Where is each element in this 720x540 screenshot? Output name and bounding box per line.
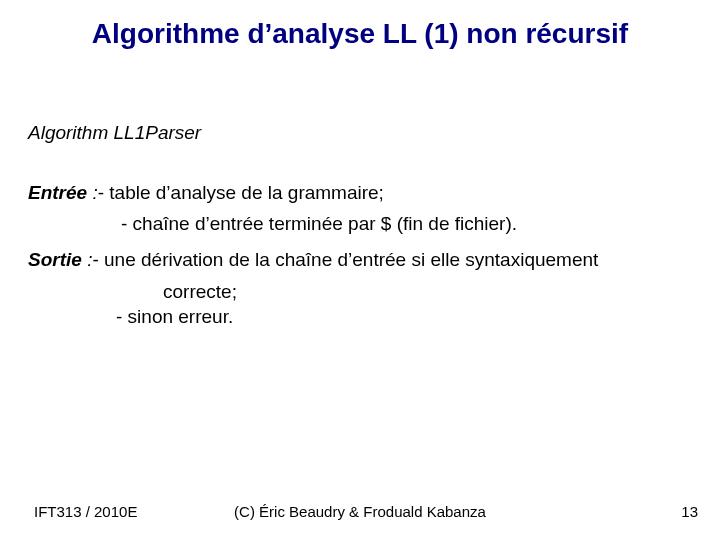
sortie-line-2: correcte;	[28, 279, 692, 305]
slide-title: Algorithme d’analyse LL (1) non récursif	[0, 18, 720, 50]
sortie-label: Sortie :	[28, 247, 92, 273]
sortie-label-rest: :	[82, 249, 93, 270]
slide: Algorithme d’analyse LL (1) non récursif…	[0, 0, 720, 540]
sortie-line-1: - une dérivation de la chaîne d’entrée s…	[92, 247, 598, 273]
entree-label: Entrée :	[28, 180, 98, 206]
entree-row-1: Entrée : - table d’analyse de la grammai…	[28, 180, 692, 206]
algorithm-name: Algorithm LL1Parser	[28, 120, 692, 146]
entree-line-2: - chaîne d’entrée terminée par $ (fin de…	[28, 211, 692, 237]
footer-page-number: 13	[681, 503, 698, 520]
entree-label-rest: :	[87, 182, 98, 203]
body-area: Algorithm LL1Parser Entrée : - table d’a…	[28, 120, 692, 330]
footer-center: (C) Éric Beaudry & Froduald Kabanza	[0, 503, 720, 520]
sortie-line-3: - sinon erreur.	[28, 304, 692, 330]
sortie-row-1: Sortie : - une dérivation de la chaîne d…	[28, 247, 692, 273]
entree-line-1: - table d’analyse de la grammaire;	[98, 180, 384, 206]
sortie-label-bold: Sortie	[28, 249, 82, 270]
entree-label-bold: Entrée	[28, 182, 87, 203]
